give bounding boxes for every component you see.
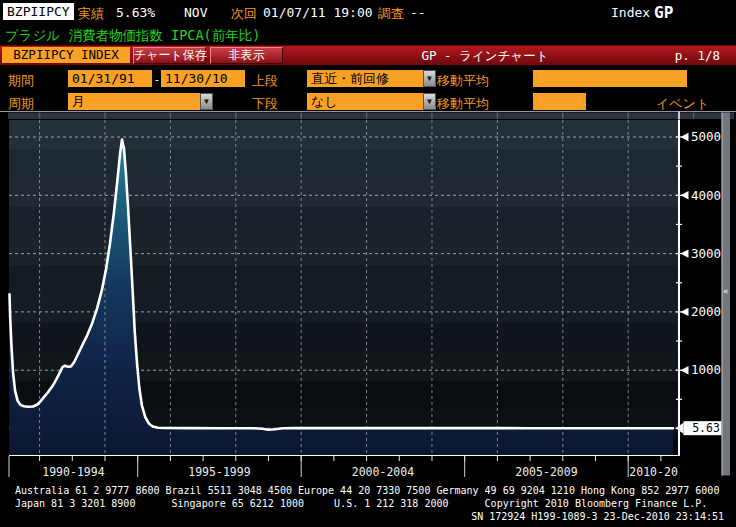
security-title: ブラジル 消費者物価指数 IPCA(前年比) (5, 27, 260, 45)
actual-label: 実績 (78, 5, 104, 23)
ma2-input[interactable] (533, 93, 586, 110)
x-axis-group-label: 2000-2004 (352, 465, 414, 479)
upper-panel-select[interactable]: 直近・前回修 ▼ (307, 70, 423, 87)
ma-input-3[interactable] (636, 70, 687, 87)
dropdown-arrow-icon[interactable]: ▼ (423, 70, 436, 87)
ma-input-2[interactable] (585, 70, 637, 87)
x-axis-group-label: 1990-1994 (42, 465, 104, 479)
y-axis-label: 4000 (691, 188, 721, 203)
lower-panel-value: なし (311, 94, 338, 109)
plot-background-band (9, 120, 679, 149)
upper-panel-label: 上段 (252, 72, 278, 90)
save-chart-button[interactable]: チャート保存 (133, 47, 206, 64)
y-axis-arrow-icon (681, 191, 689, 199)
footer-line-1: Australia 61 2 9777 8600 Brazil 5511 304… (15, 485, 719, 496)
y-axis-label: 2000 (691, 304, 721, 319)
command-bar: BZPIIPCY INDEX チャート保存 非表示 GP - ラインチャート p… (0, 45, 736, 65)
date-to-input[interactable]: 11/30/10 (161, 70, 245, 87)
y-axis-label: 3000 (691, 246, 721, 261)
last-value-text: 5.63 (692, 421, 720, 435)
line-chart: 100020003000400050001990-19941995-199920… (0, 111, 736, 480)
chart-toolbar: 期間 01/31/91 - 11/30/10 上段 直近・前回修 ▼ 移動平均 … (0, 64, 736, 111)
frequency-value: 月 (72, 94, 85, 109)
footer-line-3: SN 172924 H199-1089-3 23-Dec-2010 23:14:… (0, 511, 724, 522)
y-axis-arrow-icon (681, 133, 689, 141)
y-axis-arrow-icon (681, 249, 689, 257)
y-axis-arrow-icon (681, 308, 689, 316)
page-indicator[interactable]: p. 1/8 (675, 48, 720, 63)
security-tab[interactable]: BZPIIPCY INDEX (2, 47, 130, 63)
plot-background-band (9, 207, 679, 236)
period-value: NOV (184, 5, 207, 20)
survey-value: -- (410, 5, 426, 20)
period-label: 期間 (8, 72, 34, 90)
x-axis-group-label: 2005-2009 (515, 465, 577, 479)
ticker-box[interactable]: BZPIIPCY (3, 3, 74, 20)
bloomberg-terminal-screen: BZPIIPCY 実績 5.63% NOV 次回 01/07/11 19:00 … (0, 0, 736, 527)
ma-input-1[interactable] (533, 70, 586, 87)
actual-value: 5.63% (116, 5, 155, 20)
index-type-label: Index (611, 5, 650, 20)
frequency-select[interactable]: 月 ▼ (68, 93, 200, 110)
next-release-label: 次回 (231, 5, 257, 23)
security-header-row: BZPIIPCY 実績 5.63% NOV 次回 01/07/11 19:00 … (0, 3, 736, 23)
date-range-separator: - (153, 72, 161, 87)
plot-background-band (9, 149, 679, 178)
dropdown-arrow-icon[interactable]: ▼ (423, 93, 436, 110)
x-axis-group-label: 1995-1999 (188, 465, 250, 479)
chart-type-label: GP - ラインチャート (350, 48, 620, 65)
plot-background-band (9, 178, 679, 207)
scrollbar-collapse-icon[interactable]: « (723, 286, 728, 296)
y-axis-label: 1000 (691, 362, 721, 377)
x-axis-group-label: 2010-20 (629, 465, 678, 479)
lower-panel-select[interactable]: なし ▼ (307, 93, 423, 110)
hide-button[interactable]: 非表示 (210, 47, 283, 64)
function-code: GP (654, 3, 673, 22)
moving-average-label: 移動平均 (437, 72, 489, 90)
y-axis-label: 5000 (691, 129, 721, 144)
chart-timeline-bar[interactable] (8, 113, 734, 120)
upper-panel-value: 直近・前回修 (311, 71, 389, 86)
dropdown-arrow-icon[interactable]: ▼ (200, 93, 213, 110)
next-release-value: 01/07/11 19:00 (263, 5, 373, 20)
y-axis-arrow-icon (681, 366, 689, 374)
footer-line-2: Japan 81 3 3201 8900 Singapore 65 6212 1… (15, 498, 707, 509)
survey-label: 調査 (378, 5, 404, 23)
date-from-input[interactable]: 01/31/91 (68, 70, 152, 87)
